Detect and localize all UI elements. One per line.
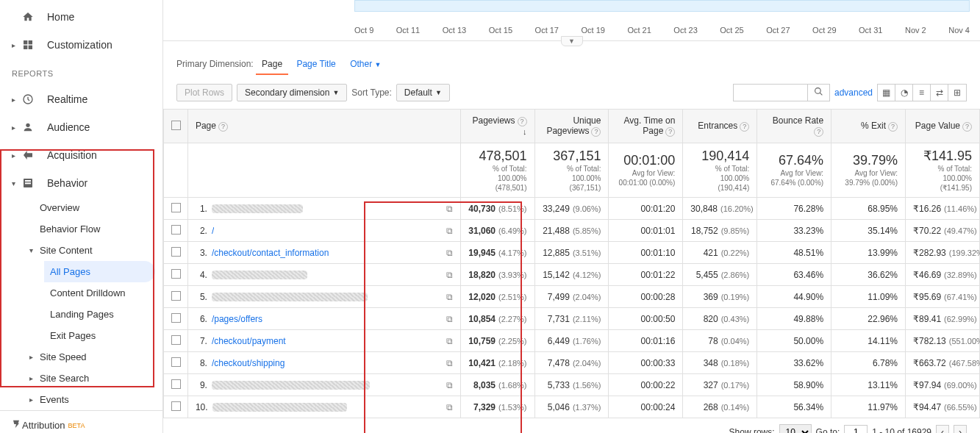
summary-sub: 00:01:00 (0.00%) — [616, 178, 675, 187]
open-external-icon[interactable]: ⧉ — [446, 270, 453, 280]
metric-value: 33,249 — [543, 204, 570, 214]
help-icon[interactable]: ? — [740, 122, 749, 132]
metric-value: 00:01:01 — [641, 226, 676, 236]
open-external-icon[interactable]: ⧉ — [446, 336, 453, 346]
chart-date-label: Oct 21 — [627, 26, 651, 35]
open-external-icon[interactable]: ⧉ — [446, 314, 453, 324]
dimension-tab-page-title[interactable]: Page Title — [290, 54, 341, 74]
select-all-header[interactable] — [164, 110, 188, 143]
summary-value: 67.64% — [765, 153, 823, 168]
open-external-icon[interactable]: ⧉ — [446, 292, 453, 302]
help-icon[interactable]: ? — [814, 127, 823, 137]
sub-content-drilldown[interactable]: Content Drilldown — [44, 282, 162, 304]
view-pie-icon[interactable]: ◔ — [895, 85, 913, 101]
metric-value: 268 — [704, 402, 718, 412]
metric-value: 00:01:16 — [641, 336, 676, 346]
row-checkbox[interactable] — [171, 313, 181, 323]
row-checkbox[interactable] — [171, 379, 181, 389]
help-icon[interactable]: ? — [888, 122, 898, 132]
open-external-icon[interactable]: ⧉ — [446, 358, 453, 368]
col-page[interactable]: Page? — [187, 110, 460, 143]
page-path-link[interactable]: / — [212, 226, 214, 236]
row-checkbox[interactable] — [171, 247, 181, 257]
table-row: 8./checkout/shipping⧉10,421(2.18%)7,478(… — [164, 352, 980, 374]
metric-value: ₹94.47 — [913, 402, 941, 412]
row-checkbox[interactable] — [171, 269, 181, 279]
open-external-icon[interactable]: ⧉ — [446, 402, 453, 412]
view-pivot-icon[interactable]: ⊞ — [948, 85, 966, 101]
help-icon[interactable]: ? — [218, 122, 228, 132]
nav-behavior[interactable]: ▾ Behavior — [0, 169, 162, 197]
row-index: 1. — [196, 204, 207, 214]
advanced-link[interactable]: advanced — [834, 87, 873, 98]
metric-pct: (2.04%) — [573, 359, 601, 368]
col-bounce[interactable]: Bounce Rate? — [757, 110, 831, 143]
sub-site-speed[interactable]: ▸Site Speed — [34, 346, 162, 368]
col-avg-time[interactable]: Avg. Time on Page? — [609, 110, 683, 143]
col-entrances[interactable]: Entrances? — [683, 110, 757, 143]
go-to-input[interactable] — [844, 425, 868, 433]
metric-value: ₹46.69 — [913, 270, 941, 280]
open-external-icon[interactable]: ⧉ — [446, 380, 453, 390]
help-icon[interactable]: ? — [518, 117, 527, 126]
view-performance-icon[interactable]: ≡ — [913, 85, 931, 101]
page-path-link[interactable]: /checkout/payment — [212, 336, 286, 346]
sub-events[interactable]: ▸Events — [34, 389, 162, 410]
col-unique[interactable]: Unique Pageviews? — [534, 110, 609, 143]
row-checkbox[interactable] — [171, 357, 181, 367]
col-exit[interactable]: % Exit? — [831, 110, 906, 143]
sub-site-content[interactable]: ▾Site Content — [34, 240, 162, 261]
row-checkbox[interactable] — [171, 225, 181, 235]
clock-icon — [19, 93, 37, 106]
help-icon[interactable]: ? — [665, 127, 675, 137]
view-data-table-icon[interactable]: ▦ — [878, 85, 895, 101]
row-index: 2. — [196, 226, 207, 236]
row-checkbox[interactable] — [171, 401, 181, 411]
sub-overview[interactable]: Overview — [34, 197, 162, 218]
plot-rows-button[interactable]: Plot Rows — [176, 84, 232, 101]
nav-customization[interactable]: ▸ Customization — [0, 31, 162, 59]
sub-all-pages[interactable]: All Pages — [44, 261, 155, 282]
svg-rect-7 — [25, 180, 31, 182]
row-checkbox[interactable] — [171, 335, 181, 345]
next-page-button[interactable]: › — [954, 425, 967, 433]
search-input[interactable] — [734, 85, 807, 101]
nav-attribution[interactable]: Attribution BETA — [0, 411, 162, 433]
btn-label: Default — [404, 87, 432, 98]
page-range: 1 - 10 of 16929 — [872, 427, 931, 433]
sub-exit-pages[interactable]: Exit Pages — [44, 325, 162, 346]
col-value[interactable]: Page Value? — [906, 110, 980, 143]
view-comparison-icon[interactable]: ⇄ — [931, 85, 948, 101]
nav-realtime[interactable]: ▸ Realtime — [0, 85, 162, 113]
secondary-dimension-dropdown[interactable]: Secondary dimension ▼ — [237, 84, 347, 101]
open-external-icon[interactable]: ⧉ — [446, 204, 453, 214]
expand-chart-button[interactable]: ▼ — [561, 36, 583, 46]
metric-pct: (9.85%) — [721, 226, 750, 235]
sub-behavior-flow[interactable]: Behavior Flow — [34, 218, 162, 240]
metric-value: 6.78% — [873, 358, 898, 368]
help-icon[interactable]: ? — [962, 122, 972, 132]
summary-sub: 100.00% (190,414) — [690, 173, 749, 193]
rows-select[interactable]: 10 — [779, 424, 812, 433]
dimension-tab-other[interactable]: Other ▼ — [344, 54, 387, 74]
nav-audience[interactable]: ▸ Audience — [0, 113, 162, 141]
open-external-icon[interactable]: ⧉ — [446, 248, 453, 258]
page-path-link[interactable]: /checkout/contact_information — [212, 248, 329, 258]
summary-sub: 67.64% (0.00%) — [765, 178, 823, 187]
nav-acquisition[interactable]: ▸ Acquisition — [0, 141, 162, 169]
search-icon[interactable] — [807, 85, 829, 101]
open-external-icon[interactable]: ⧉ — [446, 226, 453, 236]
nav-home[interactable]: Home — [0, 3, 162, 31]
sidebar: Home ▸ Customization REPORTS ▸ Realtime … — [0, 0, 163, 433]
row-checkbox[interactable] — [171, 203, 181, 212]
page-path-link[interactable]: /checkout/shipping — [212, 358, 285, 368]
row-checkbox[interactable] — [171, 291, 181, 301]
col-pageviews[interactable]: Pageviews?↓ — [460, 110, 534, 143]
sort-type-dropdown[interactable]: Default ▼ — [396, 84, 450, 101]
sub-site-search[interactable]: ▸Site Search — [34, 368, 162, 389]
prev-page-button[interactable]: ‹ — [936, 425, 949, 433]
help-icon[interactable]: ? — [591, 127, 601, 137]
page-path-link[interactable]: /pages/offers — [212, 314, 262, 324]
dimension-tab-page[interactable]: Page — [256, 54, 288, 75]
sub-landing-pages[interactable]: Landing Pages — [44, 304, 162, 325]
